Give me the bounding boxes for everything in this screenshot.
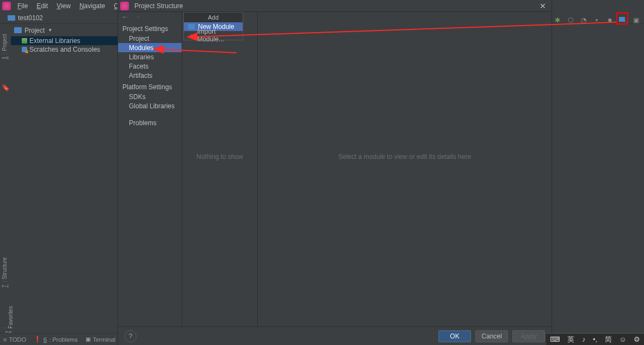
debug-icon[interactable]: ✱ bbox=[553, 15, 562, 25]
tree-item-scratches[interactable]: Scratches and Consoles bbox=[11, 45, 118, 54]
ime-bar: ⌨ 英 ♪ •, 简 ☺ ⚙ bbox=[546, 333, 644, 345]
app-icon bbox=[2, 2, 11, 10]
chevron-down-icon: ▼ bbox=[48, 28, 52, 33]
tree-item-label: Scratches and Consoles bbox=[29, 46, 100, 53]
module-empty-label: Nothing to show bbox=[182, 153, 257, 161]
help-button[interactable]: ? bbox=[125, 330, 137, 342]
ime-settings-icon[interactable]: ⚙ bbox=[634, 335, 640, 343]
add-popup-menu: Add New Module ↙ Import Module... bbox=[183, 12, 243, 40]
annotation-highlight bbox=[616, 13, 628, 24]
nav-libraries[interactable]: Libraries bbox=[118, 52, 182, 61]
menu-file[interactable]: FFileile bbox=[13, 1, 32, 11]
apply-button[interactable]: Apply bbox=[512, 330, 545, 342]
module-list-panel: + − ⧉ Nothing to show bbox=[182, 12, 258, 326]
nav-problems[interactable]: Problems bbox=[118, 118, 182, 127]
ime-dot[interactable]: •, bbox=[593, 335, 597, 343]
tab-test0102[interactable]: test0102 bbox=[2, 13, 48, 23]
nav-global-libraries[interactable]: Global Libraries bbox=[118, 101, 182, 110]
sidetab-project[interactable]: 1: Project bbox=[1, 30, 9, 64]
project-structure-dialog: Project Structure ✕ ← → Project Settings… bbox=[117, 0, 552, 345]
ok-button[interactable]: OK bbox=[438, 330, 471, 342]
ime-lang[interactable]: 英 bbox=[567, 335, 574, 344]
module-icon bbox=[8, 15, 15, 21]
dropdown-icon[interactable]: ▼ bbox=[592, 15, 602, 25]
content-empty-label: Select a module to view or edit its deta… bbox=[258, 153, 552, 161]
dialog-content: Select a module to view or edit its deta… bbox=[258, 12, 552, 326]
dialog-header: Project Structure ✕ bbox=[118, 0, 552, 12]
menu-navigate[interactable]: Navigate bbox=[75, 1, 109, 11]
tab-label: test0102 bbox=[18, 14, 43, 22]
search-icon[interactable]: ▣ bbox=[631, 15, 641, 25]
project-tree: External Libraries Scratches and Console… bbox=[11, 36, 118, 54]
section-project-settings: Project Settings bbox=[118, 22, 182, 34]
dialog-close-button[interactable]: ✕ bbox=[540, 2, 546, 10]
menu-view[interactable]: View bbox=[52, 1, 75, 11]
folder-icon bbox=[188, 24, 195, 29]
section-platform-settings: Platform Settings bbox=[118, 80, 182, 92]
bookmarks-icon[interactable]: 🔖 bbox=[1, 83, 10, 92]
popup-item-import-module[interactable]: ↙ Import Module... bbox=[184, 31, 243, 40]
nav-project[interactable]: Project bbox=[118, 34, 182, 43]
project-panel-header[interactable]: Project ▼ bbox=[11, 24, 118, 36]
dialog-title: Project Structure bbox=[134, 2, 183, 10]
forward-button[interactable]: → bbox=[133, 13, 141, 21]
app-window: FFileile Edit View Navigate Code Anal — … bbox=[0, 0, 644, 345]
coverage-icon[interactable]: ⬡ bbox=[566, 15, 575, 25]
nav-facets[interactable]: Facets bbox=[118, 61, 182, 71]
menu-edit[interactable]: Edit bbox=[32, 1, 52, 11]
ime-keyboard-icon[interactable]: ⌨ bbox=[550, 335, 560, 343]
status-todo[interactable]: ≡ TODO bbox=[3, 336, 26, 343]
folder-icon bbox=[14, 27, 22, 33]
status-terminal[interactable]: ▣ Terminal bbox=[85, 336, 116, 343]
library-icon bbox=[22, 38, 27, 44]
dialog-nav: ← → bbox=[118, 12, 182, 22]
tree-item-external-libraries[interactable]: External Libraries bbox=[11, 36, 118, 45]
status-problems[interactable]: ❗ 6: Problems bbox=[34, 336, 78, 343]
nav-artifacts[interactable]: Artifacts bbox=[118, 71, 182, 80]
profile-icon[interactable]: ◔ bbox=[579, 15, 589, 25]
dialog-footer: ? OK Cancel Apply bbox=[118, 326, 552, 345]
ime-jian[interactable]: 简 bbox=[605, 335, 612, 344]
nav-sdks[interactable]: SDKs bbox=[118, 92, 182, 101]
left-sidebar: 1: Project 🔖 7: Structure 2: Favorites bbox=[0, 24, 11, 333]
tree-item-label: External Libraries bbox=[29, 37, 80, 45]
popup-title: Add bbox=[184, 13, 243, 22]
dialog-sidebar: ← → Project Settings Project Modules Lib… bbox=[118, 12, 182, 326]
scratch-icon bbox=[22, 47, 27, 52]
import-icon: ↙ bbox=[188, 33, 194, 38]
project-panel-label: Project bbox=[24, 27, 45, 34]
nav-modules[interactable]: Modules bbox=[118, 43, 182, 52]
stop-icon[interactable]: ■ bbox=[605, 15, 615, 25]
ime-smile-icon[interactable]: ☺ bbox=[619, 335, 626, 343]
cancel-button[interactable]: Cancel bbox=[475, 330, 508, 342]
sidetab-structure[interactable]: 7: Structure bbox=[1, 253, 9, 292]
ime-music-icon[interactable]: ♪ bbox=[582, 335, 586, 343]
popup-item-label: Import Module... bbox=[197, 28, 238, 43]
app-icon bbox=[120, 2, 129, 10]
back-button[interactable]: ← bbox=[121, 13, 129, 21]
